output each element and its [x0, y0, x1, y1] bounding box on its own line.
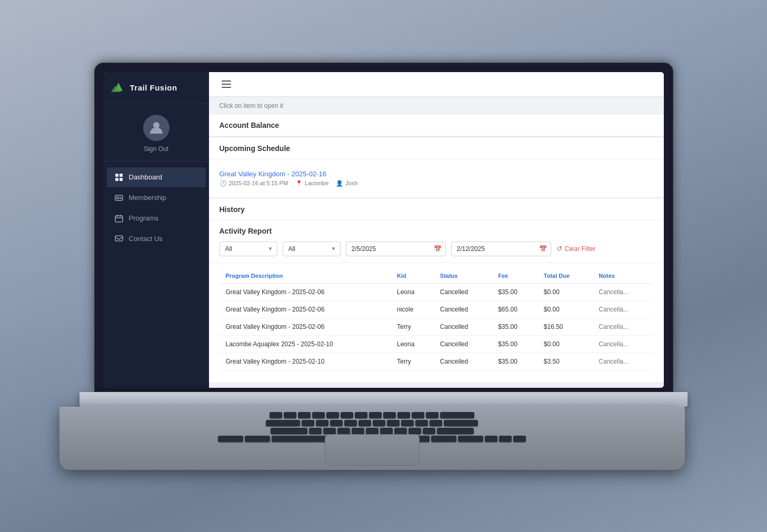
- col-status: Status: [434, 268, 492, 284]
- cell-program: Great Valley Kingdom - 2025-02-10: [220, 353, 391, 370]
- svg-rect-15: [115, 236, 123, 241]
- person-icon: 👤: [336, 180, 343, 187]
- cell-program: Great Valley Kingdom - 2025-02-06: [220, 318, 391, 335]
- filter-type-1-select[interactable]: All: [220, 242, 277, 256]
- activity-table-wrapper: Program Description Kid Status Fee Total…: [209, 263, 664, 382]
- date-from-input[interactable]: [346, 242, 446, 256]
- cell-program: Lacombe Aquaplex 2025 - 2025-02-10: [220, 335, 391, 353]
- cell-fee: $35.00: [492, 283, 537, 300]
- cell-total-due: $0.00: [537, 283, 593, 300]
- history-section: History Activity Report All ▼: [209, 199, 664, 382]
- cell-kid: Leona: [391, 283, 434, 300]
- cell-notes: Cancella...: [592, 318, 653, 335]
- sidebar-item-dashboard[interactable]: Dashboard: [107, 167, 206, 187]
- cell-program: Great Valley Kingdom - 2025-02-06: [220, 300, 391, 318]
- activity-report: Activity Report All ▼: [209, 220, 664, 263]
- hint-text: Click on item to open it: [209, 97, 664, 115]
- cell-notes: Cancella...: [592, 300, 653, 318]
- cell-fee: $35.00: [492, 353, 537, 370]
- cell-program: Great Valley Kingdom - 2025-02-06: [220, 283, 391, 300]
- filter-type-1: All ▼: [220, 242, 277, 256]
- schedule-person: 👤 Josh: [336, 180, 357, 187]
- sidebar-item-dashboard-label: Dashboard: [129, 173, 163, 181]
- location-icon: 📍: [295, 180, 303, 187]
- date-to-input[interactable]: [451, 242, 551, 256]
- sidebar-item-contact-label: Contact Us: [129, 235, 163, 243]
- cell-status: Cancelled: [434, 318, 492, 335]
- cell-status: Cancelled: [434, 353, 492, 370]
- schedule-meta: 🕐 2025-02-16 at 5:15 PM 📍 Lacombe 👤: [220, 180, 653, 187]
- cell-kid: Terry: [391, 353, 434, 370]
- sidebar-item-programs[interactable]: Programs: [107, 208, 206, 228]
- keyboard: [59, 407, 685, 470]
- schedule-item-title[interactable]: Great Valley Kingdom - 2025-02-16: [220, 170, 653, 178]
- hamburger-line-3: [222, 87, 231, 88]
- account-balance-header[interactable]: Account Balance: [209, 115, 664, 136]
- cell-status: Cancelled: [434, 300, 492, 318]
- top-bar: [209, 72, 664, 97]
- id-card-icon: [114, 193, 124, 203]
- history-header: History: [209, 199, 664, 220]
- cell-total-due: $16.50: [537, 318, 593, 335]
- sidebar-item-membership-label: Membership: [129, 194, 167, 202]
- hamburger-line-2: [222, 84, 231, 85]
- sidebar-logo: Trail Fusion: [104, 72, 209, 104]
- user-profile: Sign Out: [104, 104, 209, 162]
- clock-icon: 🕐: [220, 180, 227, 187]
- table-row[interactable]: Great Valley Kingdom - 2025-02-06 Leona …: [220, 283, 653, 300]
- svg-rect-3: [115, 174, 118, 177]
- sign-out-button[interactable]: Sign Out: [144, 145, 168, 153]
- main-content: Click on item to open it Account Balance…: [209, 72, 664, 388]
- cell-status: Cancelled: [434, 283, 492, 300]
- date-from-wrapper: 📅: [346, 242, 446, 256]
- table-header: Program Description Kid Status Fee Total…: [220, 268, 653, 284]
- sidebar-item-membership[interactable]: Membership: [107, 188, 206, 208]
- cell-kid: Terry: [391, 318, 434, 335]
- schedule-datetime: 🕐 2025-02-16 at 5:15 PM: [220, 180, 288, 187]
- cell-fee: $35.00: [492, 318, 537, 335]
- upcoming-schedule-header: Upcoming Schedule: [209, 138, 664, 159]
- calendar-icon: [114, 214, 124, 223]
- svg-rect-4: [119, 174, 123, 177]
- schedule-item: Great Valley Kingdom - 2025-02-16 🕐 2025…: [220, 166, 653, 191]
- col-total-due: Total Due: [537, 268, 593, 284]
- laptop-base-bar: [79, 392, 688, 407]
- activity-report-title: Activity Report: [220, 227, 653, 235]
- table-header-row: Program Description Kid Status Fee Total…: [220, 268, 653, 284]
- svg-point-8: [116, 197, 118, 199]
- col-kid: Kid: [391, 268, 434, 284]
- user-icon: [148, 120, 164, 136]
- clear-filter-button[interactable]: ↺ Clear Filter: [556, 245, 596, 253]
- cell-kid: Leona: [391, 335, 434, 353]
- table-row[interactable]: Great Valley Kingdom - 2025-02-06 Terry …: [220, 318, 653, 335]
- cell-kid: nicole: [391, 300, 434, 318]
- hamburger-button[interactable]: [220, 78, 233, 90]
- sidebar-item-contact[interactable]: Contact Us: [107, 229, 206, 249]
- upcoming-schedule-body: Great Valley Kingdom - 2025-02-16 🕐 2025…: [209, 159, 664, 197]
- content-area: Click on item to open it Account Balance…: [209, 97, 664, 388]
- cell-notes: Cancella...: [592, 283, 653, 300]
- grid-icon: [114, 173, 124, 182]
- filter-type-2-select[interactable]: All: [283, 242, 341, 256]
- activity-table: Program Description Kid Status Fee Total…: [220, 268, 653, 370]
- filter-row: All ▼ All ▼: [220, 242, 653, 256]
- trackpad: [325, 429, 420, 466]
- message-icon: [114, 234, 124, 244]
- table-row[interactable]: Lacombe Aquaplex 2025 - 2025-02-10 Leona…: [220, 335, 653, 353]
- cell-notes: Cancella...: [592, 353, 653, 370]
- col-notes: Notes: [592, 268, 653, 284]
- cell-notes: Cancella...: [592, 335, 653, 353]
- col-fee: Fee: [492, 268, 537, 284]
- cell-status: Cancelled: [434, 335, 492, 353]
- schedule-location: 📍 Lacombe: [295, 180, 328, 187]
- account-balance-section: Account Balance: [209, 115, 664, 137]
- table-body: Great Valley Kingdom - 2025-02-06 Leona …: [220, 283, 653, 370]
- filter-type-2: All ▼: [283, 242, 341, 256]
- cell-total-due: $0.00: [537, 335, 593, 353]
- svg-rect-6: [119, 178, 123, 181]
- col-program: Program Description: [220, 268, 391, 284]
- table-row[interactable]: Great Valley Kingdom - 2025-02-06 nicole…: [220, 300, 653, 318]
- cell-total-due: $0.00: [537, 300, 593, 318]
- table-row[interactable]: Great Valley Kingdom - 2025-02-10 Terry …: [220, 353, 653, 370]
- cell-fee: $35.00: [492, 335, 537, 353]
